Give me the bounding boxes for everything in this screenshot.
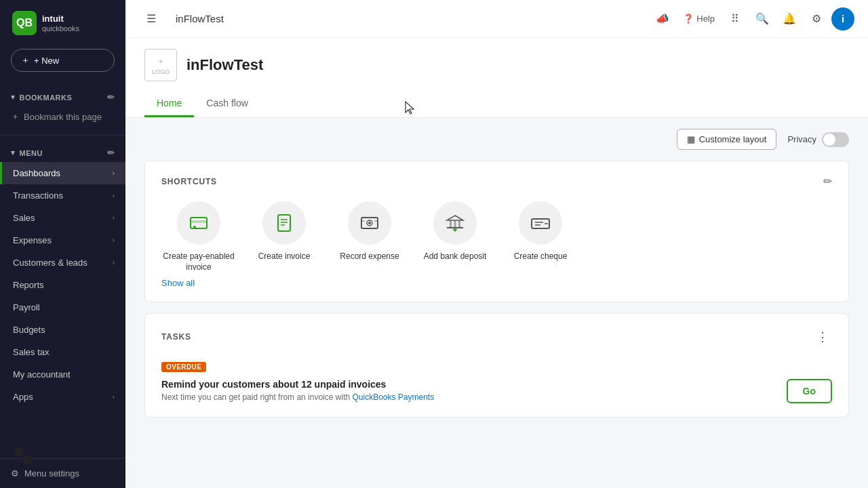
top-controls: ▦ Customize layout Privacy xyxy=(144,129,849,150)
shortcuts-card-header: SHORTCUTS ✏ xyxy=(161,175,832,188)
add-bookmark-icon: ＋ xyxy=(11,110,20,123)
announcements-icon-btn[interactable]: 📣 xyxy=(650,7,675,31)
shortcut-create-cheque[interactable]: Create cheque xyxy=(503,201,578,272)
apps-chevron: › xyxy=(113,393,115,401)
bell-icon: 🔔 xyxy=(783,12,796,25)
shortcut-icon-invoice xyxy=(262,201,306,245)
bookmarks-section: ▾ BOOKMARKS ✏ ＋ Bookmark this page xyxy=(0,83,125,132)
sidebar-item-transactions[interactable]: Transactions › xyxy=(0,184,125,207)
sidebar-item-sales[interactable]: Sales › xyxy=(0,207,125,229)
sidebar-item-payroll[interactable]: Payroll xyxy=(0,296,125,319)
shortcuts-section-title: SHORTCUTS xyxy=(161,177,217,186)
menu-header: ▾ MENU ✏ xyxy=(0,144,125,162)
shortcut-label-pay-enabled: Create pay-enabled invoice xyxy=(161,251,236,272)
notifications-icon-btn[interactable]: 🔔 xyxy=(777,7,802,31)
svg-rect-13 xyxy=(374,220,378,222)
new-button-label: + New xyxy=(34,56,59,66)
shortcut-create-pay-enabled-invoice[interactable]: Create pay-enabled invoice xyxy=(161,201,236,272)
bookmarks-header: ▾ BOOKMARKS ✏ xyxy=(0,88,125,106)
company-header: ＋ LOGO inFlowTest Home Cash flow xyxy=(125,38,868,118)
show-all-link[interactable]: Show all xyxy=(161,278,832,288)
sales-tax-label: Sales tax xyxy=(13,347,49,357)
svg-rect-12 xyxy=(361,220,365,222)
payroll-label: Payroll xyxy=(13,302,40,312)
sidebar-logo: QB intuit quickbooks xyxy=(0,0,125,46)
sidebar-item-budgets[interactable]: Budgets xyxy=(0,319,125,341)
bottom-logo-icon xyxy=(14,446,33,468)
qb-logo-icon: QB xyxy=(12,11,37,35)
tab-cash-flow[interactable]: Cash flow xyxy=(194,91,260,117)
tasks-header: TASKS ⋮ xyxy=(161,327,832,346)
tasks-section-title: TASKS xyxy=(161,332,191,342)
tasks-menu-button[interactable]: ⋮ xyxy=(813,327,832,346)
sales-label: Sales xyxy=(13,213,35,223)
search-icon-btn[interactable]: 🔍 xyxy=(750,7,774,31)
tabs: Home Cash flow xyxy=(144,91,849,117)
task-desc-prefix: Next time you can get paid right from an… xyxy=(161,392,352,402)
shortcuts-card: SHORTCUTS ✏ Create pay-enabled invoice xyxy=(144,161,849,302)
topbar-icons: 📣 ❓ Help ⠿ 🔍 🔔 ⚙ i xyxy=(650,7,854,31)
show-all-label: Show all xyxy=(161,278,195,288)
sidebar-item-dashboards[interactable]: Dashboards › xyxy=(0,162,125,184)
logo-text: LOGO xyxy=(152,68,170,75)
svg-marker-14 xyxy=(447,216,463,220)
shortcut-label-cheque: Create cheque xyxy=(514,251,568,262)
plus-icon: ＋ xyxy=(21,54,30,66)
shortcut-label-bank-deposit: Add bank deposit xyxy=(424,251,487,262)
menu-section: ▾ MENU ✏ Dashboards › Transactions › Sal… xyxy=(0,138,125,413)
sidebar-item-expenses[interactable]: Expenses › xyxy=(0,229,125,251)
sidebar-item-reports[interactable]: Reports xyxy=(0,274,125,296)
bookmark-this-page-item[interactable]: ＋ Bookmark this page xyxy=(0,106,125,127)
tab-cash-flow-label: Cash flow xyxy=(206,98,248,108)
sidebar-item-customers-leads[interactable]: Customers & leads › xyxy=(0,251,125,274)
privacy-toggle[interactable] xyxy=(822,132,849,147)
search-icon: 🔍 xyxy=(755,12,769,25)
sidebar-item-apps[interactable]: Apps › xyxy=(0,386,125,408)
menu-arrow: ▾ xyxy=(11,148,16,157)
megaphone-icon: 📣 xyxy=(656,12,669,25)
new-button[interactable]: ＋ + New xyxy=(11,49,115,72)
bookmarks-edit-icon[interactable]: ✏ xyxy=(107,92,115,102)
shortcut-icon-expense xyxy=(348,201,391,245)
shortcut-create-invoice[interactable]: Create invoice xyxy=(247,201,321,272)
content-area: ▦ Customize layout Privacy SHORTCUTS ✏ xyxy=(125,118,868,439)
apps-grid-icon-btn[interactable]: ⠿ xyxy=(723,7,747,31)
sidebar-item-sales-tax[interactable]: Sales tax xyxy=(0,341,125,363)
task-row: Remind your customers about 12 unpaid in… xyxy=(161,379,832,403)
overdue-badge: OVERDUE xyxy=(161,362,206,372)
topbar: ☰ inFlowTest 📣 ❓ Help ⠿ 🔍 🔔 ⚙ i xyxy=(125,0,868,38)
customers-leads-label: Customers & leads xyxy=(13,258,87,268)
shortcuts-edit-icon[interactable]: ✏ xyxy=(823,175,832,188)
menu-title: MENU xyxy=(20,149,43,157)
tab-home[interactable]: Home xyxy=(144,91,194,117)
topbar-menu-icon[interactable]: ☰ xyxy=(139,7,163,31)
bookmark-this-page-label: Bookmark this page xyxy=(24,112,102,122)
dashboards-label: Dashboards xyxy=(13,168,60,178)
tasks-card: TASKS ⋮ OVERDUE Remind your customers ab… xyxy=(144,313,849,418)
transactions-chevron: › xyxy=(113,192,115,199)
expenses-chevron: › xyxy=(113,237,115,244)
quickbooks-payments-link[interactable]: QuickBooks Payments xyxy=(352,392,434,402)
user-avatar-btn[interactable]: i xyxy=(831,7,854,30)
task-description: Next time you can get paid right from an… xyxy=(161,392,776,402)
privacy-label: Privacy xyxy=(787,134,816,144)
go-button[interactable]: Go xyxy=(787,379,832,403)
menu-settings-icon: ⚙ xyxy=(11,468,19,479)
help-button[interactable]: ❓ Help xyxy=(677,9,720,28)
settings-icon-btn[interactable]: ⚙ xyxy=(804,7,829,31)
menu-settings-label: Menu settings xyxy=(24,468,79,479)
customize-layout-button[interactable]: ▦ Customize layout xyxy=(677,129,777,150)
svg-point-4 xyxy=(193,226,196,228)
customers-chevron: › xyxy=(113,259,115,266)
shortcut-add-bank-deposit[interactable]: Add bank deposit xyxy=(418,201,492,272)
main-content: ＋ LOGO inFlowTest Home Cash flow ▦ Custo… xyxy=(125,38,868,488)
plus-logo-icon: ＋ xyxy=(157,56,165,67)
shortcut-label-expense: Record expense xyxy=(340,251,399,262)
svg-rect-17 xyxy=(458,220,460,227)
svg-rect-15 xyxy=(450,220,452,227)
sidebar-item-my-accountant[interactable]: My accountant xyxy=(0,363,125,386)
shortcut-record-expense[interactable]: Record expense xyxy=(332,201,407,272)
svg-rect-1 xyxy=(23,455,31,464)
menu-edit-icon[interactable]: ✏ xyxy=(107,148,115,158)
brand-name-line1: intuit xyxy=(42,14,79,24)
